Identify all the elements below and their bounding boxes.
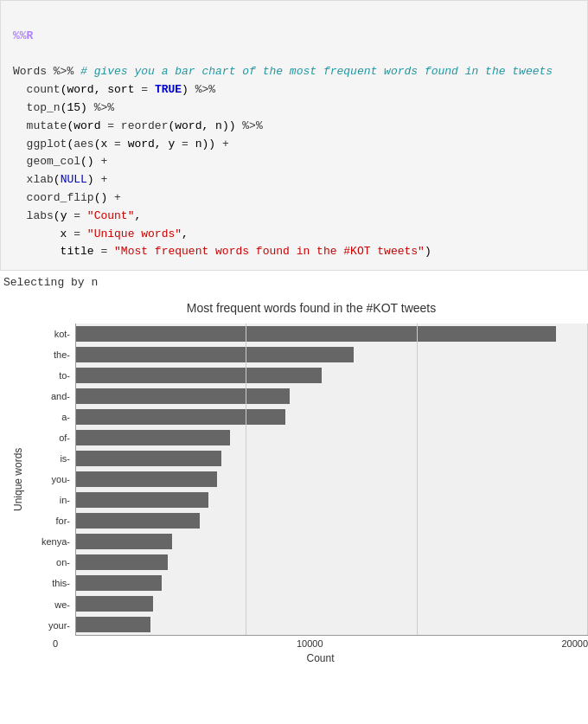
bar-row [76,324,588,344]
bar-row [76,490,588,510]
bar-row [76,344,588,365]
word-labels: kot-the-to-and-a-of-is-you-in-for-kenya-… [28,324,75,636]
word-label: you- [52,474,70,485]
x-axis-area: 01000020000 [53,636,588,649]
code-line-11: x = "Unique words", [13,227,189,240]
x-axis-title: Count [53,652,588,664]
word-label: the- [54,349,70,361]
chart-container: Most frequent words found in the #KOT tw… [0,294,588,682]
bar [76,368,322,383]
bar-row [76,427,588,448]
bar-row [76,448,588,469]
code-block: %%R Words %>% # gives you a bar chart of… [0,0,588,271]
bar [76,347,354,362]
word-label: we- [54,599,70,611]
bar [76,617,150,632]
word-label: kot- [54,329,70,340]
bar-row [76,407,588,427]
bar-row [76,386,588,407]
chart-plot-area: kot-the-to-and-a-of-is-you-in-for-kenya-… [28,324,588,636]
word-label: of- [59,432,70,444]
bars-area [75,324,588,636]
chart-inner: Unique words kot-the-to-and-a-of-is-you-… [9,324,588,636]
word-label: for- [56,516,71,527]
x-ticks: 01000020000 [53,636,588,649]
word-label: and- [51,391,70,402]
bar-row [76,552,588,573]
bar-row [76,593,588,614]
code-line-2: Words %>% # gives you a bar chart of the… [13,65,553,78]
x-tick: 20000 [561,638,588,649]
code-line-5: mutate(word = reorder(word, n)) %>% [13,119,263,132]
bar-row [76,573,588,593]
code-line-7: geom_col() + [13,155,107,168]
bar [76,326,556,342]
bar [76,409,285,425]
code-line-12: title = "Most frequent words found in th… [13,245,431,258]
word-label: your- [48,620,70,631]
word-label: to- [59,370,70,381]
r-magic: %%R [13,29,33,42]
selecting-message: Selecting by n [0,271,588,294]
bar [76,430,230,445]
code-line-8: xlab(NULL) + [13,173,107,186]
word-label: in- [60,495,70,506]
bar-row [76,365,588,386]
bar [76,492,208,508]
code-line-10: labs(y = "Count", [13,209,141,222]
bar [76,596,153,612]
word-label: kenya- [42,536,70,548]
bar-row [76,531,588,552]
bar [76,575,162,591]
x-tick: 0 [53,638,58,649]
code-line-6: ggplot(aes(x = word, y = n)) + [13,138,229,151]
word-label: a- [61,412,70,423]
code-line-4: top_n(15) %>% [13,101,114,114]
bar [76,451,221,466]
bar [76,388,290,404]
bar-row [76,614,588,635]
bar [76,554,168,570]
word-label: is- [60,453,70,465]
bar [76,471,217,487]
code-line-3: count(word, sort = TRUE) %>% [13,83,215,96]
bar [76,534,172,549]
bar-row [76,469,588,490]
word-label: on- [56,557,70,568]
word-label: this- [52,578,70,589]
bar-row [76,510,588,531]
chart-title: Most frequent words found in the #KOT tw… [35,301,588,315]
bars-and-labels: kot-the-to-and-a-of-is-you-in-for-kenya-… [28,324,588,636]
y-axis-label: Unique words [9,324,28,636]
code-line-9: coord_flip() + [13,191,121,204]
bar [76,513,200,529]
x-tick: 10000 [297,638,323,649]
